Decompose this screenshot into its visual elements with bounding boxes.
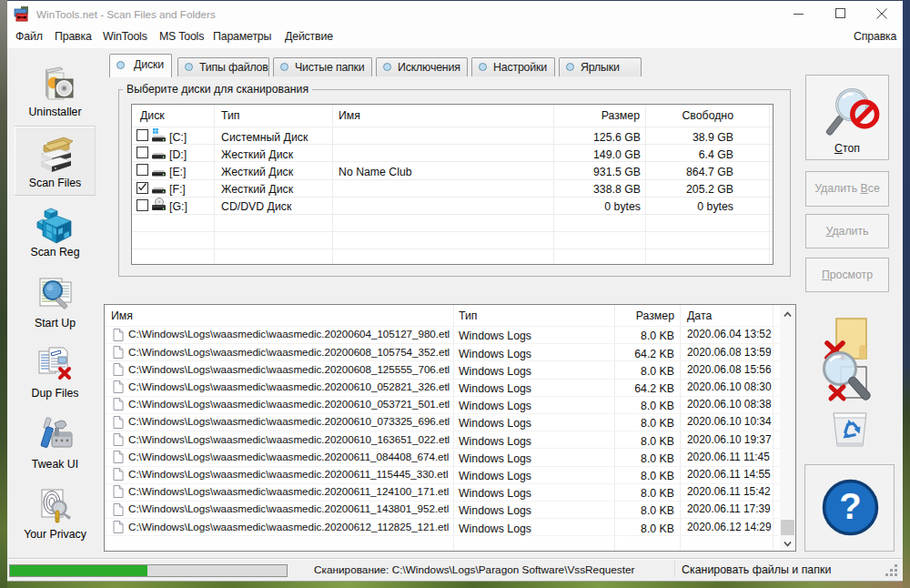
svg-text:?: ? [839,486,861,526]
